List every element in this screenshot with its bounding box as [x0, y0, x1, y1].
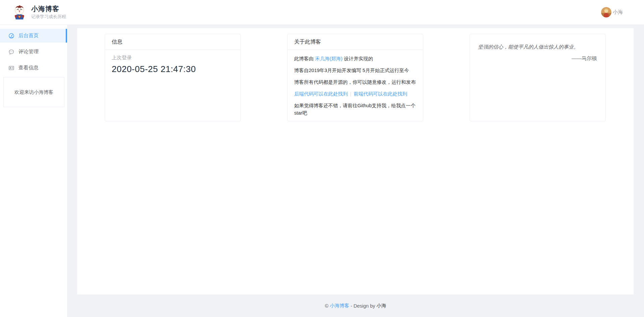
user-avatar[interactable]: [601, 7, 611, 17]
info-card-body: 上次登录 2020-05-25 21:47:30: [105, 50, 240, 76]
copyright-symbol: ©: [325, 303, 328, 309]
quote-author: ——马尔顿: [478, 55, 597, 62]
sidebar-item-dashboard[interactable]: 后台首页: [0, 29, 67, 43]
about-card: 关于此博客 此博客由 禾几海(郑海) 设计并实现的 博客自2019年3月开始开发…: [287, 34, 423, 121]
about-line1-suffix: 设计并实现的: [342, 56, 373, 61]
postcard-icon: [8, 65, 14, 71]
page-footer: © 小海博客 - Design by 小海: [67, 295, 644, 317]
about-line-opensource: 博客所有代码都是开源的，你可以随意修改，运行和发布: [294, 78, 416, 86]
info-card: 信息 上次登录 2020-05-25 21:47:30: [105, 34, 241, 121]
about-line-history: 博客自2019年3月开始开发编写 5月开始正式运行至今: [294, 67, 416, 74]
link-separator: |: [348, 91, 354, 97]
user-menu[interactable]: 小海: [601, 7, 623, 17]
sidebar: 后台首页 评论管理: [0, 25, 67, 317]
backend-code-link[interactable]: 后端代码可以在此处找到: [294, 91, 348, 97]
quote-text: 坚强的信心，能使平凡的人做出惊人的事业。: [478, 43, 597, 51]
sidebar-item-label: 查看信息: [18, 65, 39, 71]
blog-logo-icon: [12, 5, 27, 20]
sidebar-item-comments[interactable]: 评论管理: [0, 45, 67, 59]
footer-middle-text: - Design by: [351, 303, 375, 309]
about-line-star: 如果觉得博客还不错，请前往Github支持我，给我点一个star吧: [294, 102, 416, 117]
frontend-code-link[interactable]: 前端代码可以在此处找到: [354, 91, 407, 97]
quote-card: 坚强的信心，能使平凡的人做出惊人的事业。 ——马尔顿: [470, 34, 606, 121]
info-card-title: 信息: [105, 34, 240, 50]
footer-site-link[interactable]: 小海博客: [330, 303, 349, 309]
sidebar-item-label: 评论管理: [18, 49, 39, 55]
content-panel: 信息 上次登录 2020-05-25 21:47:30 关于此博客 此博客由 禾…: [77, 28, 634, 295]
active-indicator: [66, 29, 67, 43]
layout: 后台首页 评论管理: [0, 25, 644, 317]
sidebar-item-view-info[interactable]: 查看信息: [0, 61, 67, 75]
odometer-icon: [8, 33, 14, 39]
last-login-label: 上次登录: [112, 55, 234, 61]
comment-icon: [8, 49, 14, 55]
about-line1-prefix: 此博客由: [294, 56, 315, 61]
brand-text: 小海博客 记录学习成长历程: [31, 5, 66, 20]
site-subtitle: 记录学习成长历程: [31, 14, 66, 20]
author-link[interactable]: 禾几海(郑海): [315, 56, 342, 61]
admin-dashboard-page: 小海博客 记录学习成长历程 小海: [0, 0, 644, 317]
welcome-text: 欢迎来访小海博客: [14, 89, 53, 96]
user-name: 小海: [613, 9, 623, 15]
brand: 小海博客 记录学习成长历程: [12, 5, 66, 20]
about-line-author: 此博客由 禾几海(郑海) 设计并实现的: [294, 55, 416, 62]
about-card-body: 此博客由 禾几海(郑海) 设计并实现的 博客自2019年3月开始开发编写 5月开…: [287, 50, 423, 117]
welcome-box: 欢迎来访小海博客: [3, 77, 64, 107]
main-area: 信息 上次登录 2020-05-25 21:47:30 关于此博客 此博客由 禾…: [67, 25, 644, 317]
top-header: 小海博客 记录学习成长历程 小海: [0, 0, 644, 25]
sidebar-item-label: 后台首页: [18, 33, 39, 39]
about-line-links: 后端代码可以在此处找到|前端代码可以在此处找到: [294, 90, 416, 98]
footer-author: 小海: [377, 303, 386, 309]
about-card-title: 关于此博客: [287, 34, 423, 50]
site-title: 小海博客: [31, 5, 66, 13]
cards-row: 信息 上次登录 2020-05-25 21:47:30 关于此博客 此博客由 禾…: [105, 34, 606, 121]
last-login-value: 2020-05-25 21:47:30: [112, 64, 234, 74]
